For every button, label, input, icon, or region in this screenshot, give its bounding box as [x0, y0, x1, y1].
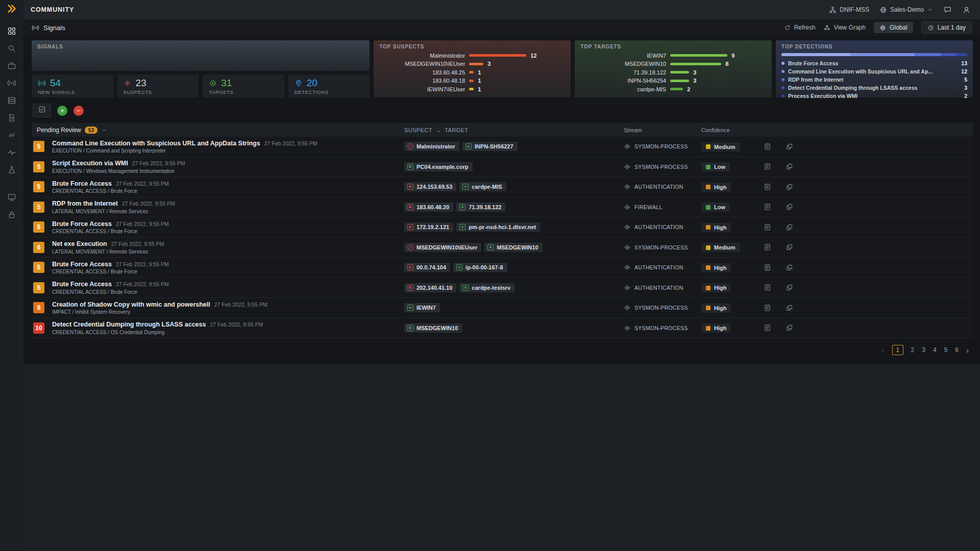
bar-row[interactable]: 183.60.48.181 [379, 78, 565, 84]
bar-row[interactable]: 183.60.48.251 [379, 69, 565, 76]
target-chip[interactable]: cardpe-testsrv [459, 283, 514, 292]
signal-title[interactable]: Net exe Execution [52, 240, 107, 247]
page-4[interactable]: 4 [933, 346, 937, 354]
signal-title[interactable]: Creation of Shadow Copy with wmic and po… [52, 301, 210, 308]
report-icon[interactable] [764, 243, 771, 251]
signal-row[interactable]: 5Brute Force Access27 Feb 2022, 9:55 PMC… [32, 177, 973, 197]
signal-row[interactable]: 5Command Line Execution with Suspicious … [32, 137, 973, 157]
stat-card-detections[interactable]: 20DETECTIONS [288, 74, 370, 97]
bar-row[interactable]: 71.39.18.1223 [580, 69, 766, 76]
open-window-icon[interactable] [786, 223, 793, 231]
report-icon[interactable] [764, 163, 771, 170]
suspect-chip[interactable]: 124.153.69.53 [404, 182, 456, 191]
sidebar-item-activity[interactable] [3, 145, 21, 162]
open-window-icon[interactable] [786, 304, 793, 312]
signal-row[interactable]: 8Creation of Shadow Copy with wmic and p… [32, 298, 973, 318]
detection-row[interactable]: Detect Credential Dumping through LSASS … [781, 85, 967, 91]
target-chip[interactable]: PC04.example.corp [404, 162, 473, 171]
sidebar-item-endpoint[interactable] [3, 190, 21, 207]
sidebar-item-security[interactable] [3, 207, 21, 224]
stat-card-suspects[interactable]: 23SUSPECTS [117, 74, 199, 97]
open-window-icon[interactable] [786, 264, 793, 271]
open-window-icon[interactable] [786, 163, 793, 170]
signal-title[interactable]: RDP from the Internet [52, 200, 118, 207]
target-chip[interactable]: ip-00-00-167-8 [453, 263, 507, 272]
open-window-icon[interactable] [786, 203, 793, 211]
report-icon[interactable] [764, 324, 771, 332]
open-window-icon[interactable] [786, 143, 793, 151]
sidebar-item-signals[interactable] [3, 76, 21, 93]
sidebar-item-lab[interactable] [3, 162, 21, 180]
sidebar-item-streams[interactable] [3, 93, 21, 110]
bar-row[interactable]: Malministrator12 [379, 52, 565, 59]
signal-row[interactable]: 5Brute Force Access27 Feb 2022, 9:55 PMC… [32, 278, 973, 298]
page-2[interactable]: 2 [911, 346, 915, 354]
sidebar-item-reports[interactable] [3, 110, 21, 128]
report-icon[interactable] [764, 203, 771, 211]
signal-title[interactable]: Brute Force Access [52, 261, 112, 268]
app-logo[interactable] [0, 0, 23, 19]
page-6[interactable]: 6 [955, 346, 959, 354]
page-3[interactable]: 3 [922, 346, 925, 354]
report-icon[interactable] [764, 183, 771, 191]
detection-row[interactable]: RDP from the Internet5 [781, 77, 967, 83]
next-page-chevron[interactable]: › [966, 346, 969, 354]
bar-row[interactable]: MSEDGEWIN10\IEUser3 [379, 61, 565, 67]
chat-button[interactable] [943, 6, 952, 14]
open-window-icon[interactable] [786, 324, 793, 332]
signal-row[interactable]: 5Script Execution via WMI27 Feb 2022, 9:… [32, 157, 973, 178]
prev-page-chevron[interactable]: ‹ [882, 346, 885, 354]
signal-row[interactable]: 6Net exe Execution27 Feb 2022, 9:55 PMLA… [32, 238, 973, 258]
profile-button[interactable] [962, 6, 971, 14]
suspect-chip[interactable]: 183.60.48.20 [404, 203, 453, 212]
signal-row[interactable]: 5Brute Force Access27 Feb 2022, 9:55 PMC… [32, 258, 973, 278]
signal-title[interactable]: Script Execution via WMI [52, 160, 128, 167]
open-window-icon[interactable] [786, 243, 793, 251]
refresh-button[interactable]: Refresh [784, 24, 815, 31]
bar-row[interactable]: MSEDGEWIN108 [580, 61, 766, 67]
signal-row[interactable]: 5RDP from the Internet27 Feb 2022, 9:55 … [32, 197, 973, 218]
report-icon[interactable] [764, 284, 771, 291]
suspect-chip[interactable]: 00.0.74.104 [404, 263, 450, 272]
signal-title[interactable]: Brute Force Access [52, 220, 112, 228]
target-chip[interactable]: INPN-SH56227 [462, 142, 518, 151]
signal-title[interactable]: Command Line Execution with Suspicious U… [52, 140, 260, 147]
review-status-filter[interactable]: Pending Review 53 [37, 127, 107, 134]
target-chip[interactable]: IEWIN7 [404, 303, 440, 312]
stat-card-targets[interactable]: 31TARGETS [203, 74, 284, 97]
page-5[interactable]: 5 [944, 346, 948, 354]
bar-row[interactable]: cardpe-MIS2 [580, 86, 766, 92]
select-all-button[interactable] [33, 104, 51, 117]
time-range-button[interactable]: Last 1 day [921, 21, 972, 34]
target-chip[interactable]: pm-pr-nsd-hci-1.dlsvr.net [456, 222, 540, 232]
sidebar-item-connectors[interactable] [3, 128, 21, 145]
target-chip[interactable]: MSEDGEWIN10 [404, 323, 462, 333]
target-chip[interactable]: 71.39.18.122 [456, 203, 505, 212]
detection-row[interactable]: Command Line Execution with Suspicious U… [781, 68, 967, 75]
sidebar-item-search[interactable] [3, 41, 21, 58]
cluster-selector[interactable]: DNIF-MSS [829, 6, 869, 14]
view-graph-button[interactable]: View Graph [823, 24, 865, 31]
report-icon[interactable] [764, 223, 771, 231]
target-chip[interactable]: cardpe-MIS [459, 182, 506, 191]
add-button[interactable] [57, 106, 67, 116]
suspect-chip[interactable]: 202.140.41.10 [404, 283, 456, 292]
sidebar-item-overview[interactable] [3, 23, 21, 41]
signal-title[interactable]: Brute Force Access [52, 281, 112, 288]
tenant-selector[interactable]: Sales-Demo [879, 6, 933, 14]
signal-title[interactable]: Detect Credential Dumping through LSASS … [52, 321, 206, 328]
detection-row[interactable]: Process Execution via WMI2 [781, 93, 967, 99]
bar-row[interactable]: INPN-SH562543 [580, 78, 766, 84]
suspect-chip[interactable]: MSEDGEWIN10\IEUser [404, 243, 481, 252]
stat-card-new-signals[interactable]: 54NEW SIGNALS [32, 74, 113, 97]
suspect-chip[interactable]: 172.19.2.121 [404, 222, 453, 232]
page-1[interactable]: 1 [892, 345, 903, 355]
signal-row[interactable]: 5Brute Force Access27 Feb 2022, 9:55 PMC… [32, 217, 973, 238]
open-window-icon[interactable] [786, 183, 793, 191]
sidebar-item-workbench[interactable] [3, 58, 21, 76]
report-icon[interactable] [764, 264, 771, 271]
suspect-chip[interactable]: Malministrator [404, 142, 459, 151]
signal-title[interactable]: Brute Force Access [52, 180, 112, 187]
remove-button[interactable] [74, 106, 84, 116]
report-icon[interactable] [764, 304, 771, 312]
